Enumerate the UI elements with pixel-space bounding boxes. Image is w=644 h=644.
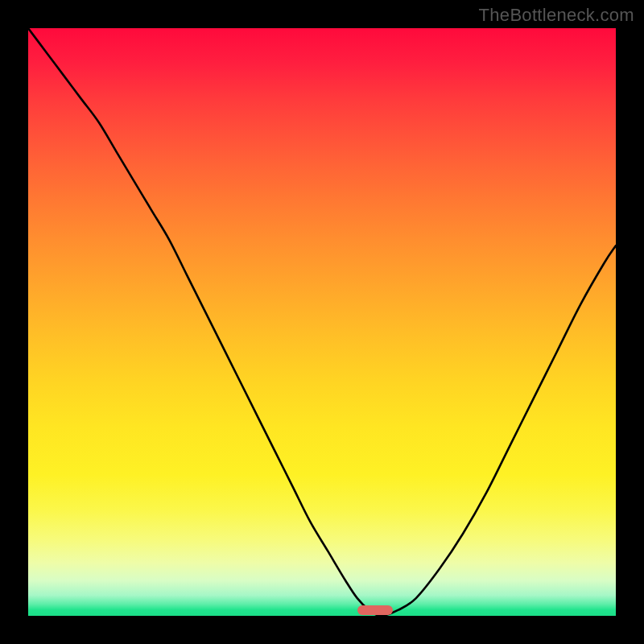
plot-area bbox=[28, 28, 616, 616]
chart-frame: TheBottleneck.com bbox=[0, 0, 644, 644]
optimal-marker bbox=[357, 605, 393, 615]
watermark-text: TheBottleneck.com bbox=[479, 5, 634, 26]
bottleneck-curve bbox=[28, 28, 616, 616]
